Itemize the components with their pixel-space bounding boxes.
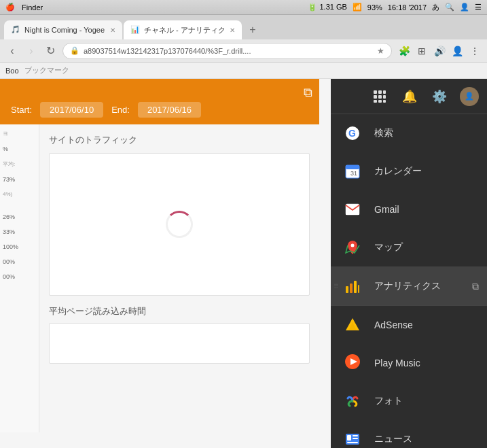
- profile-icon[interactable]: 👤: [450, 46, 464, 56]
- app-label-adsense: AdSense: [374, 320, 413, 330]
- menu-icon[interactable]: ☰: [475, 3, 482, 12]
- forward-button[interactable]: ›: [24, 45, 38, 57]
- analytics-main: サイトのトラフィック 平均ページ読み込み時間: [39, 124, 319, 432]
- svg-rect-7: [378, 100, 382, 103]
- menubar-left: 🍎 Finder: [5, 3, 43, 12]
- google-search-icon: G: [342, 122, 363, 144]
- date-range-bar: Start: 2017/06/10 End: 2017/06/16: [0, 95, 319, 124]
- menu-dots[interactable]: ⋮: [468, 46, 482, 56]
- end-date[interactable]: 2017/06/16: [138, 102, 201, 118]
- bookmarks-bar: Boo ブックマーク: [0, 63, 487, 79]
- stat-5: 4%): [3, 191, 36, 197]
- svg-rect-3: [374, 95, 377, 99]
- apps-grid-icon[interactable]: ⊞: [415, 46, 429, 56]
- finder-menu[interactable]: Finder: [22, 3, 43, 12]
- stat-7: 33%: [3, 228, 36, 235]
- apps-list: G 検索 31 カレンダー: [331, 114, 487, 448]
- analytics-data-sidebar: ヨ % 平均: 73% 4%) 26% 33% 100% 00% 00%: [0, 124, 39, 432]
- chrome-frame: 🎵 Night is Coming - Yogee Ne... ✕ 📊 チャネル…: [0, 15, 487, 448]
- svg-rect-28: [347, 442, 358, 443]
- apps-panel: 🔔 ⚙️ 👤 G 検索: [331, 79, 487, 448]
- news-icon: [342, 428, 363, 448]
- end-label: End:: [111, 105, 130, 115]
- traffic-chart: [49, 153, 310, 296]
- calendar-icon: 31: [342, 160, 363, 182]
- photos-icon: [342, 390, 363, 412]
- svg-rect-19: [358, 285, 359, 293]
- url-text: a89037514w132142317p137076440/%3F_r.dril…: [84, 47, 251, 55]
- avg-load-title: 平均ページ読み込み時間: [49, 305, 310, 317]
- search-icon[interactable]: 🔍: [445, 3, 454, 12]
- language-icon: あ: [432, 2, 439, 12]
- svg-text:31: 31: [350, 170, 357, 177]
- svg-point-15: [351, 244, 355, 247]
- menubar: 🍎 Finder 🔋 1.31 GB 📶 93% 16:18 '2017 あ 🔍…: [0, 0, 487, 15]
- svg-rect-4: [378, 95, 382, 99]
- address-bar: ‹ › ↻ 🔒 a89037514w132142317p137076440/%3…: [0, 39, 487, 63]
- external-link-icon[interactable]: ⧉: [304, 86, 312, 100]
- bookmark-star[interactable]: ★: [377, 46, 384, 56]
- new-tab-button[interactable]: +: [243, 20, 262, 39]
- tab-night-is-coming[interactable]: 🎵 Night is Coming - Yogee Ne... ✕: [4, 20, 122, 39]
- app-item-photos[interactable]: フォト: [331, 382, 487, 420]
- svg-rect-18: [354, 281, 357, 293]
- apps-grid-button[interactable]: [370, 87, 389, 106]
- apple-menu[interactable]: 🍎: [5, 3, 15, 12]
- drag-handle: ⠿: [333, 283, 338, 290]
- user-icon[interactable]: 👤: [460, 3, 469, 12]
- menubar-right: 🔋 1.31 GB 📶 93% 16:18 '2017 あ 🔍 👤 ☰: [308, 2, 482, 12]
- app-item-search[interactable]: G 検索: [331, 114, 487, 152]
- stat-8: 100%: [3, 243, 36, 250]
- maps-icon: [342, 237, 363, 258]
- stat-10: 00%: [3, 273, 36, 280]
- bookmark-item[interactable]: Boo: [5, 67, 19, 75]
- panel-header: 🔔 ⚙️ 👤: [331, 79, 487, 114]
- app-item-playmusic[interactable]: Play Music: [331, 344, 487, 382]
- tab-label-2: チャネル - アナリティクス: [144, 25, 226, 35]
- lock-icon: 🔒: [70, 46, 79, 55]
- user-avatar[interactable]: 👤: [460, 87, 479, 106]
- bookmark-label: Boo: [5, 67, 19, 75]
- wifi-icon: 📶: [353, 3, 362, 12]
- notification-bell-icon[interactable]: 🔔: [400, 87, 419, 106]
- svg-rect-6: [374, 100, 377, 103]
- svg-rect-8: [383, 100, 386, 103]
- app-item-adsense[interactable]: AdSense: [331, 306, 487, 344]
- signal-strength: 93%: [367, 3, 382, 12]
- analytics-external-icon[interactable]: ⧉: [472, 281, 479, 292]
- tab-close-1[interactable]: ✕: [110, 27, 115, 34]
- tab-favicon-2: 📊: [130, 25, 140, 35]
- svg-rect-0: [374, 90, 377, 94]
- svg-rect-26: [353, 435, 358, 436]
- bookmark-label-jp: ブックマーク: [24, 65, 69, 75]
- analytics-page: ⧉ Start: 2017/06/10 End: 2017/06/16 ヨ % …: [0, 79, 319, 448]
- gmail-icon: [342, 199, 363, 220]
- tab-label-1: Night is Coming - Yogee Ne...: [24, 26, 106, 34]
- stat-1: ヨ: [3, 130, 36, 137]
- speaker-icon[interactable]: 🔊: [433, 46, 446, 56]
- app-label-search: 検索: [374, 127, 393, 139]
- playmusic-icon: [342, 352, 363, 374]
- app-item-gmail[interactable]: Gmail: [331, 190, 487, 228]
- traffic-section-title: サイトのトラフィック: [49, 134, 310, 146]
- extensions-icon[interactable]: 🧩: [397, 46, 411, 56]
- loading-spinner: [166, 211, 193, 238]
- app-label-photos: フォト: [374, 395, 403, 407]
- back-button[interactable]: ‹: [5, 45, 19, 57]
- start-date[interactable]: 2017/06/10: [40, 102, 103, 118]
- settings-gear-icon[interactable]: ⚙️: [430, 87, 449, 106]
- svg-rect-12: [346, 165, 359, 169]
- app-item-calendar[interactable]: 31 カレンダー: [331, 152, 487, 190]
- app-item-analytics[interactable]: ⠿ アナリティクス ⧉: [331, 267, 487, 305]
- address-input[interactable]: 🔒 a89037514w132142317p137076440/%3F_r.dr…: [62, 43, 392, 59]
- battery-icon: 🔋 1.31 GB: [308, 3, 346, 12]
- tab-analytics[interactable]: 📊 チャネル - アナリティクス ✕: [124, 20, 242, 39]
- app-item-news[interactable]: ニュース: [331, 420, 487, 448]
- app-item-maps[interactable]: マップ: [331, 228, 487, 266]
- app-label-gmail: Gmail: [374, 204, 399, 215]
- stat-3: 平均:: [3, 160, 36, 168]
- refresh-button[interactable]: ↻: [43, 44, 57, 57]
- svg-rect-17: [350, 283, 353, 293]
- app-label-maps: マップ: [374, 241, 403, 254]
- tab-close-2[interactable]: ✕: [230, 27, 235, 34]
